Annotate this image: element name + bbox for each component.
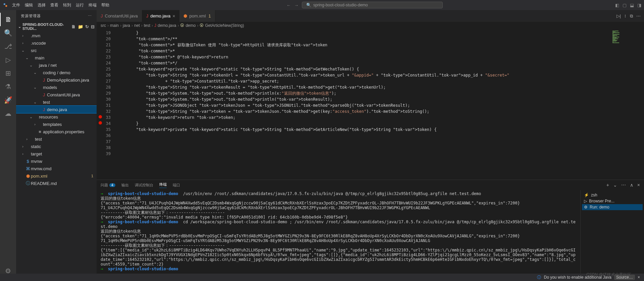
breadcrumbs[interactable]: src›main›java›net›test›J demo.java›⦿ dem… xyxy=(97,22,644,29)
tree-item[interactable]: ⌘mvnw.cmd xyxy=(16,165,97,172)
tree-item[interactable]: JConstantUtil.java xyxy=(16,91,97,98)
terminal-output[interactable]: → spring-boot-cloud-studio-demo /usr/bin… xyxy=(97,190,580,274)
code-line: "tok-type">JSONObject "tok-var">tokenJso… xyxy=(117,102,610,108)
terminal-session[interactable]: ⚡zsh xyxy=(582,192,643,198)
project-name: SPRING-BOOT-CLOUD-STUDI... xyxy=(22,22,70,31)
menu-选择[interactable]: 选择 xyxy=(38,3,46,7)
tree-label: DemoApplication.java xyxy=(47,78,89,83)
compare-icon[interactable]: ⫶ xyxy=(624,13,627,18)
layout-bottom-icon[interactable]: ⬓ xyxy=(630,3,634,8)
more-icon[interactable]: ⋯ xyxy=(636,13,641,18)
tree-item[interactable]: Jdemo.java xyxy=(16,106,97,113)
menu-终端[interactable]: 终端 xyxy=(89,3,97,7)
search-activity-icon[interactable]: 🔍 xyxy=(0,26,16,40)
split-icon[interactable]: ⧉ xyxy=(630,13,633,19)
file-icon: ⬢ xyxy=(25,174,31,179)
nav-back-icon[interactable]: ← xyxy=(286,3,291,8)
debug-icon[interactable]: ▷ xyxy=(0,53,16,66)
menu-文件[interactable]: 文件 xyxy=(12,3,20,7)
tree-item[interactable]: ›static xyxy=(16,143,97,150)
terminal-line: {"item":[{"media_id":"uk2hzL6i8MPTiBzig4… xyxy=(101,248,576,267)
refresh-icon[interactable]: ↻ xyxy=(85,24,89,29)
menu-编辑[interactable]: 编辑 xyxy=(25,3,33,7)
status-source-badge[interactable]: Source… xyxy=(614,275,635,280)
panel-tab-调试控制台[interactable]: 调试控制台 xyxy=(135,183,153,188)
tree-item[interactable]: ⬢pom.xml1 xyxy=(16,172,97,180)
new-folder-icon[interactable]: 📁 xyxy=(78,24,83,29)
code-area[interactable]: 1920212223242526272829303132333435363738… xyxy=(97,29,644,180)
menu-运行[interactable]: 运行 xyxy=(76,3,84,7)
tree-label: demo.java xyxy=(47,107,67,112)
collapse-icon[interactable]: ⊟ xyxy=(91,24,95,29)
editor-tab[interactable]: Jdemo.java× xyxy=(142,10,180,22)
panel-tab-端口[interactable]: 端口 xyxy=(173,183,180,188)
tree-item[interactable]: ⌄test xyxy=(16,98,97,106)
breadcrumb-item[interactable]: demo xyxy=(185,23,196,28)
project-header[interactable]: ⌄ SPRING-BOOT-CLOUD-STUDI... 🗎 📁 ↻ ⊟ xyxy=(16,22,97,31)
breadcrumb-item[interactable]: demo.java xyxy=(158,23,176,28)
close-notification-icon[interactable]: × xyxy=(638,275,640,280)
explorer-icon[interactable]: 🗎 xyxy=(0,13,16,26)
terminal-session[interactable]: ⚙Run: demo xyxy=(582,204,643,210)
layout-right-icon[interactable]: ◨ xyxy=(637,3,641,8)
menu-帮助[interactable]: 帮助 xyxy=(101,3,109,7)
breakpoint-icon[interactable] xyxy=(99,121,102,125)
tree-item[interactable]: ›.vscode xyxy=(16,39,97,47)
nav-forward-icon[interactable]: → xyxy=(294,3,299,8)
tree-item[interactable]: ⌄models xyxy=(16,84,97,91)
tree-item[interactable]: JDemoApplication.java xyxy=(16,76,97,84)
tree-item[interactable]: ›.mvn xyxy=(16,32,97,39)
breakpoint-icon[interactable] xyxy=(99,115,102,119)
info-icon[interactable]: ⓘ xyxy=(537,275,541,280)
layout-sidebar-icon[interactable]: ▢ xyxy=(623,3,627,8)
more-icon[interactable]: ⋯ xyxy=(621,182,626,188)
terminal-line: → spring-boot-cloud-studio-demo xyxy=(101,267,576,271)
terminal-type-icon: ▷ xyxy=(584,199,587,203)
close-panel-icon[interactable]: × xyxy=(637,182,640,188)
editor-tab[interactable]: JConstantUtil.java xyxy=(97,10,142,22)
tree-item[interactable]: ⓘREADME.md xyxy=(16,180,97,187)
minimap[interactable]: ████ ██████████████████ ████████████████… xyxy=(610,29,644,180)
breadcrumb-item[interactable]: GetArticleNew(String) xyxy=(205,23,244,28)
command-center[interactable]: 🔍 spring-boot-cloud-studio-demo xyxy=(302,2,443,8)
tree-item[interactable]: ⌄java / net xyxy=(16,61,97,69)
menu-转到[interactable]: 转到 xyxy=(63,3,71,7)
editor-tab[interactable]: ⬢pom.xml1 xyxy=(179,10,215,22)
extensions-icon[interactable]: ⊞ xyxy=(0,66,16,80)
tree-item[interactable]: ⌄resources xyxy=(16,113,97,121)
tree-item[interactable]: ›templates xyxy=(16,121,97,128)
rocket-icon[interactable]: 🚀 xyxy=(0,93,16,107)
more-icon[interactable]: ⋯ xyxy=(88,14,92,18)
panel-tab-输出[interactable]: 输出 xyxy=(121,183,129,188)
bottom-panel: 问题4输出调试控制台终端端口+⌄⋯∧× → spring-boot-cloud-… xyxy=(97,180,644,274)
maximize-icon[interactable]: ∧ xyxy=(630,182,633,188)
settings-gear-icon[interactable]: ⚙ xyxy=(0,264,16,278)
breadcrumb-item[interactable]: src xyxy=(101,23,106,28)
cloud-icon[interactable]: ☁ xyxy=(0,107,16,120)
new-terminal-icon[interactable]: + xyxy=(606,182,609,188)
menu-查看[interactable]: 查看 xyxy=(50,3,58,7)
new-file-icon[interactable]: 🗎 xyxy=(71,24,76,29)
tree-item[interactable]: $mvnw xyxy=(16,157,97,165)
tree-item[interactable]: ⌄coding / demo xyxy=(16,69,97,76)
terminal-session[interactable]: ▷Browser Pre... xyxy=(582,198,643,204)
close-tab-icon[interactable]: × xyxy=(172,13,175,19)
testing-icon[interactable]: ⚗ xyxy=(0,80,16,93)
run-icon[interactable]: ▷| xyxy=(616,13,621,18)
breadcrumb-item[interactable]: java xyxy=(123,23,130,28)
tree-item[interactable]: ⌄main xyxy=(16,54,97,61)
source-control-icon[interactable]: ⎇ xyxy=(0,40,16,53)
breadcrumb-item[interactable]: main xyxy=(110,23,119,28)
panel-tab-问题[interactable]: 问题4 xyxy=(101,183,115,188)
layout-panel-icon[interactable]: ◧ xyxy=(615,3,619,8)
breadcrumb-item[interactable]: test xyxy=(144,23,150,28)
tree-label: static xyxy=(31,144,41,149)
breadcrumb-item[interactable]: net xyxy=(134,23,140,28)
code-content[interactable]: } "tok-comment">/** "tok-comment">* 获取微信… xyxy=(117,29,610,180)
dropdown-icon[interactable]: ⌄ xyxy=(613,182,617,188)
tree-item[interactable]: ≡application.properties xyxy=(16,128,97,135)
tree-item[interactable]: ›test xyxy=(16,135,97,143)
tree-item[interactable]: ›target xyxy=(16,150,97,157)
panel-tab-终端[interactable]: 终端 xyxy=(159,182,167,188)
tree-item[interactable]: ⌄src xyxy=(16,47,97,54)
